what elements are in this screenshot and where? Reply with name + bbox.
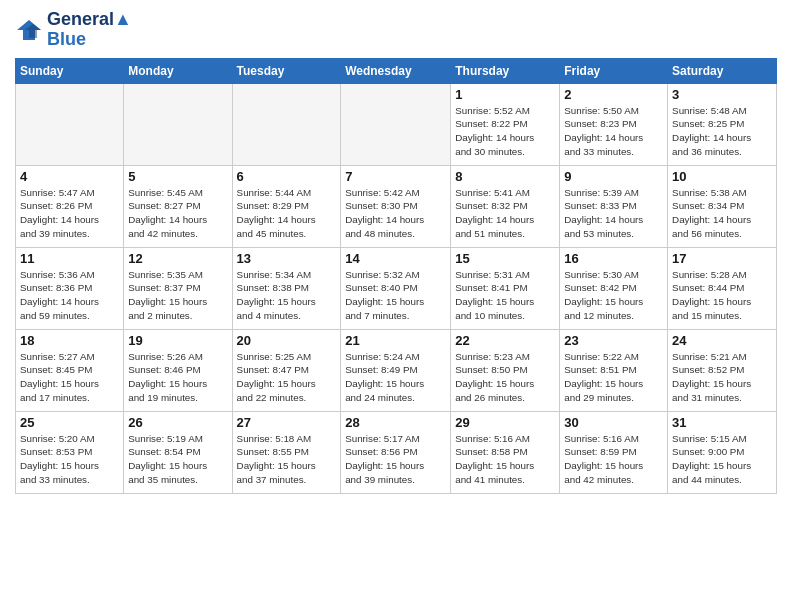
day-cell-3: 3Sunrise: 5:48 AM Sunset: 8:25 PM Daylig… (668, 83, 777, 165)
col-header-friday: Friday (560, 58, 668, 83)
day-cell-6: 6Sunrise: 5:44 AM Sunset: 8:29 PM Daylig… (232, 165, 341, 247)
day-cell-2: 2Sunrise: 5:50 AM Sunset: 8:23 PM Daylig… (560, 83, 668, 165)
logo-area: General▲ Blue (15, 10, 132, 50)
day-number: 20 (237, 333, 337, 348)
day-cell-21: 21Sunrise: 5:24 AM Sunset: 8:49 PM Dayli… (341, 329, 451, 411)
day-cell-18: 18Sunrise: 5:27 AM Sunset: 8:45 PM Dayli… (16, 329, 124, 411)
day-info: Sunrise: 5:35 AM Sunset: 8:37 PM Dayligh… (128, 268, 227, 323)
day-info: Sunrise: 5:39 AM Sunset: 8:33 PM Dayligh… (564, 186, 663, 241)
day-cell-26: 26Sunrise: 5:19 AM Sunset: 8:54 PM Dayli… (124, 411, 232, 493)
day-cell-11: 11Sunrise: 5:36 AM Sunset: 8:36 PM Dayli… (16, 247, 124, 329)
col-header-monday: Monday (124, 58, 232, 83)
day-cell-20: 20Sunrise: 5:25 AM Sunset: 8:47 PM Dayli… (232, 329, 341, 411)
day-info: Sunrise: 5:41 AM Sunset: 8:32 PM Dayligh… (455, 186, 555, 241)
day-number: 4 (20, 169, 119, 184)
day-number: 5 (128, 169, 227, 184)
day-info: Sunrise: 5:52 AM Sunset: 8:22 PM Dayligh… (455, 104, 555, 159)
day-cell-29: 29Sunrise: 5:16 AM Sunset: 8:58 PM Dayli… (451, 411, 560, 493)
day-number: 11 (20, 251, 119, 266)
day-number: 23 (564, 333, 663, 348)
day-info: Sunrise: 5:24 AM Sunset: 8:49 PM Dayligh… (345, 350, 446, 405)
day-cell-19: 19Sunrise: 5:26 AM Sunset: 8:46 PM Dayli… (124, 329, 232, 411)
day-cell-8: 8Sunrise: 5:41 AM Sunset: 8:32 PM Daylig… (451, 165, 560, 247)
day-info: Sunrise: 5:31 AM Sunset: 8:41 PM Dayligh… (455, 268, 555, 323)
header: General▲ Blue (15, 10, 777, 50)
col-header-tuesday: Tuesday (232, 58, 341, 83)
col-header-saturday: Saturday (668, 58, 777, 83)
day-info: Sunrise: 5:45 AM Sunset: 8:27 PM Dayligh… (128, 186, 227, 241)
day-cell-16: 16Sunrise: 5:30 AM Sunset: 8:42 PM Dayli… (560, 247, 668, 329)
logo-icon (15, 16, 43, 44)
day-number: 7 (345, 169, 446, 184)
day-number: 2 (564, 87, 663, 102)
week-row-3: 11Sunrise: 5:36 AM Sunset: 8:36 PM Dayli… (16, 247, 777, 329)
empty-cell (124, 83, 232, 165)
day-info: Sunrise: 5:32 AM Sunset: 8:40 PM Dayligh… (345, 268, 446, 323)
days-header-row: SundayMondayTuesdayWednesdayThursdayFrid… (16, 58, 777, 83)
day-info: Sunrise: 5:16 AM Sunset: 8:58 PM Dayligh… (455, 432, 555, 487)
week-row-5: 25Sunrise: 5:20 AM Sunset: 8:53 PM Dayli… (16, 411, 777, 493)
day-info: Sunrise: 5:16 AM Sunset: 8:59 PM Dayligh… (564, 432, 663, 487)
logo-text: General▲ Blue (47, 10, 132, 50)
day-number: 15 (455, 251, 555, 266)
day-info: Sunrise: 5:26 AM Sunset: 8:46 PM Dayligh… (128, 350, 227, 405)
day-cell-14: 14Sunrise: 5:32 AM Sunset: 8:40 PM Dayli… (341, 247, 451, 329)
day-info: Sunrise: 5:22 AM Sunset: 8:51 PM Dayligh… (564, 350, 663, 405)
day-cell-24: 24Sunrise: 5:21 AM Sunset: 8:52 PM Dayli… (668, 329, 777, 411)
day-cell-9: 9Sunrise: 5:39 AM Sunset: 8:33 PM Daylig… (560, 165, 668, 247)
col-header-thursday: Thursday (451, 58, 560, 83)
day-info: Sunrise: 5:30 AM Sunset: 8:42 PM Dayligh… (564, 268, 663, 323)
day-number: 27 (237, 415, 337, 430)
day-cell-5: 5Sunrise: 5:45 AM Sunset: 8:27 PM Daylig… (124, 165, 232, 247)
day-number: 29 (455, 415, 555, 430)
day-number: 10 (672, 169, 772, 184)
day-number: 17 (672, 251, 772, 266)
day-info: Sunrise: 5:23 AM Sunset: 8:50 PM Dayligh… (455, 350, 555, 405)
week-row-2: 4Sunrise: 5:47 AM Sunset: 8:26 PM Daylig… (16, 165, 777, 247)
day-cell-13: 13Sunrise: 5:34 AM Sunset: 8:38 PM Dayli… (232, 247, 341, 329)
day-cell-27: 27Sunrise: 5:18 AM Sunset: 8:55 PM Dayli… (232, 411, 341, 493)
day-number: 9 (564, 169, 663, 184)
day-info: Sunrise: 5:20 AM Sunset: 8:53 PM Dayligh… (20, 432, 119, 487)
day-info: Sunrise: 5:48 AM Sunset: 8:25 PM Dayligh… (672, 104, 772, 159)
day-info: Sunrise: 5:50 AM Sunset: 8:23 PM Dayligh… (564, 104, 663, 159)
col-header-wednesday: Wednesday (341, 58, 451, 83)
day-info: Sunrise: 5:18 AM Sunset: 8:55 PM Dayligh… (237, 432, 337, 487)
day-info: Sunrise: 5:19 AM Sunset: 8:54 PM Dayligh… (128, 432, 227, 487)
day-number: 3 (672, 87, 772, 102)
day-info: Sunrise: 5:27 AM Sunset: 8:45 PM Dayligh… (20, 350, 119, 405)
day-number: 18 (20, 333, 119, 348)
calendar-table: SundayMondayTuesdayWednesdayThursdayFrid… (15, 58, 777, 494)
day-cell-15: 15Sunrise: 5:31 AM Sunset: 8:41 PM Dayli… (451, 247, 560, 329)
day-info: Sunrise: 5:42 AM Sunset: 8:30 PM Dayligh… (345, 186, 446, 241)
day-number: 22 (455, 333, 555, 348)
day-number: 30 (564, 415, 663, 430)
col-header-sunday: Sunday (16, 58, 124, 83)
day-info: Sunrise: 5:28 AM Sunset: 8:44 PM Dayligh… (672, 268, 772, 323)
day-info: Sunrise: 5:36 AM Sunset: 8:36 PM Dayligh… (20, 268, 119, 323)
day-number: 16 (564, 251, 663, 266)
day-number: 24 (672, 333, 772, 348)
day-info: Sunrise: 5:38 AM Sunset: 8:34 PM Dayligh… (672, 186, 772, 241)
day-cell-23: 23Sunrise: 5:22 AM Sunset: 8:51 PM Dayli… (560, 329, 668, 411)
day-number: 14 (345, 251, 446, 266)
day-cell-7: 7Sunrise: 5:42 AM Sunset: 8:30 PM Daylig… (341, 165, 451, 247)
day-number: 25 (20, 415, 119, 430)
day-info: Sunrise: 5:47 AM Sunset: 8:26 PM Dayligh… (20, 186, 119, 241)
empty-cell (16, 83, 124, 165)
page: General▲ Blue SundayMondayTuesdayWednesd… (0, 0, 792, 612)
day-cell-12: 12Sunrise: 5:35 AM Sunset: 8:37 PM Dayli… (124, 247, 232, 329)
day-number: 21 (345, 333, 446, 348)
day-number: 6 (237, 169, 337, 184)
day-number: 8 (455, 169, 555, 184)
day-cell-25: 25Sunrise: 5:20 AM Sunset: 8:53 PM Dayli… (16, 411, 124, 493)
day-cell-17: 17Sunrise: 5:28 AM Sunset: 8:44 PM Dayli… (668, 247, 777, 329)
day-info: Sunrise: 5:44 AM Sunset: 8:29 PM Dayligh… (237, 186, 337, 241)
day-cell-4: 4Sunrise: 5:47 AM Sunset: 8:26 PM Daylig… (16, 165, 124, 247)
day-cell-28: 28Sunrise: 5:17 AM Sunset: 8:56 PM Dayli… (341, 411, 451, 493)
day-number: 31 (672, 415, 772, 430)
day-cell-22: 22Sunrise: 5:23 AM Sunset: 8:50 PM Dayli… (451, 329, 560, 411)
empty-cell (341, 83, 451, 165)
day-number: 1 (455, 87, 555, 102)
week-row-1: 1Sunrise: 5:52 AM Sunset: 8:22 PM Daylig… (16, 83, 777, 165)
